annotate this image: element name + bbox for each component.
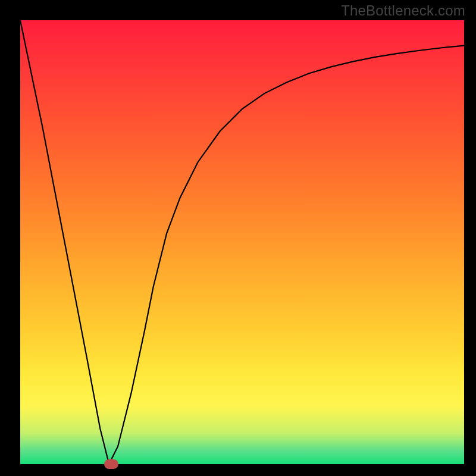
plot-area — [20, 20, 464, 464]
bottleneck-curve — [20, 20, 464, 464]
optimal-point-marker — [104, 459, 118, 469]
curve-svg — [20, 20, 464, 464]
chart-frame: TheBottleneck.com — [0, 0, 476, 476]
watermark-text: TheBottleneck.com — [341, 2, 465, 19]
